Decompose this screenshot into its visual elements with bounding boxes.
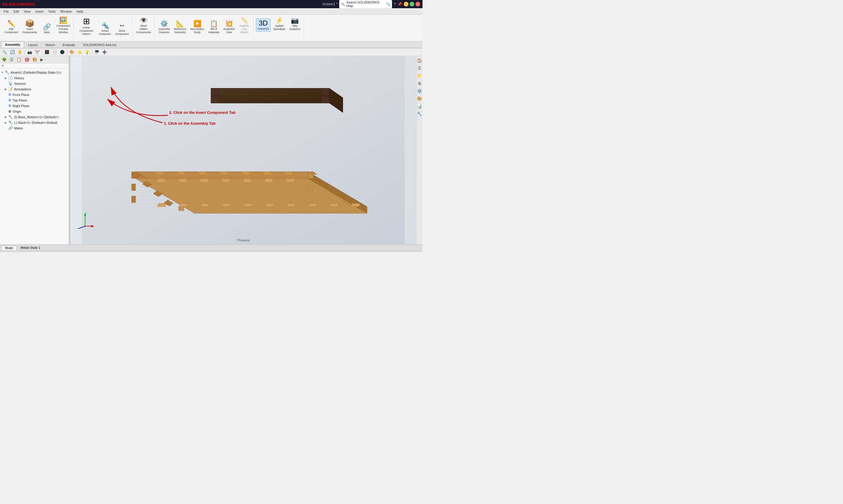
bottom-tabs: Model Motion Study 1	[0, 245, 423, 251]
right-plane-icon: ✖	[8, 104, 12, 108]
sidebar-config-icon[interactable]: 📋	[15, 57, 23, 62]
tab-assembly[interactable]: Assembly	[1, 41, 24, 48]
svg-marker-4	[211, 88, 219, 95]
sidebar-expand-icon[interactable]: ▶	[39, 57, 44, 62]
smart-fasteners-button[interactable]: 🔩 SmartFasteners	[98, 21, 112, 37]
rp-grid-icon[interactable]: ⊞	[417, 80, 422, 87]
tree-item-sensors[interactable]: 📡 Sensors	[0, 81, 69, 86]
view-display-icon[interactable]: 🖥️	[93, 49, 100, 55]
linear-component-pattern-button[interactable]: ⊞ Linear ComponentPattern	[76, 16, 96, 36]
view-rotate-icon[interactable]: 🔄	[9, 49, 16, 55]
exploded-view-icon: 💥	[225, 20, 233, 27]
tab-evaluate[interactable]: Evaluate	[59, 42, 79, 48]
tree-item-history[interactable]: ▶ 🕐 History	[0, 75, 69, 81]
sidebar-feature-tree-icon[interactable]: 🌳	[1, 57, 8, 62]
sensors-icon: 📡	[8, 81, 13, 86]
menu-file[interactable]: File	[1, 9, 11, 14]
tab-layout[interactable]: Layout	[24, 42, 41, 48]
maximize-button[interactable]: □	[410, 2, 414, 6]
sidebar-palette-icon[interactable]: 🎨	[31, 57, 38, 62]
menu-view[interactable]: View	[21, 9, 33, 14]
show-hidden-components-button[interactable]: 👁️ ShowHiddenComponents	[135, 16, 153, 35]
display-shaded-icon[interactable]: ⬛	[43, 49, 51, 55]
tree-item-mates[interactable]: 🔗 Mates	[0, 125, 69, 131]
sidebar-list-icon[interactable]: ☰	[8, 57, 15, 62]
tree-item-front-plane[interactable]: ✖ Front Plane	[0, 92, 69, 97]
tree-item-origin[interactable]: ⊕ Origin	[0, 109, 69, 114]
rp-folder-icon[interactable]: 📁	[416, 72, 423, 79]
tree-item-back[interactable]: ▶ 🔧 (-) Back<1> (Default<<Default	[0, 120, 69, 125]
section-view-icon[interactable]: ✂️	[34, 49, 41, 55]
appearance-icon[interactable]: 🎨	[68, 49, 75, 55]
mate-button[interactable]: 🔗 Mate	[40, 23, 54, 35]
linear-pattern-label: Linear ComponentPattern	[77, 26, 95, 36]
expand-icon[interactable]: ➕	[101, 49, 108, 55]
3d-scene	[70, 56, 416, 245]
tab-solidworks-addins[interactable]: SOLIDWORKS Add-Ins	[79, 42, 120, 48]
insert-components-button[interactable]: 📦 InsertComponents	[21, 18, 39, 35]
coordinate-indicator: Y X Z	[76, 212, 94, 230]
menu-tools[interactable]: Tools	[46, 9, 58, 14]
svg-marker-50	[351, 203, 360, 207]
new-motion-study-button[interactable]: ▶️ New MotionStudy	[189, 20, 206, 35]
separator-3	[67, 50, 67, 55]
exploded-view-button[interactable]: 💥 ExplodedView	[222, 20, 236, 35]
bill-of-materials-button[interactable]: 📋 Bill ofMaterials	[207, 20, 221, 35]
svg-marker-49	[329, 203, 339, 207]
menu-edit[interactable]: Edit	[11, 9, 21, 14]
tree-item-annotations[interactable]: ▶ 📝 Annotations	[0, 86, 69, 92]
menu-insert[interactable]: Insert	[33, 9, 46, 14]
component-preview-button[interactable]: 🖼️ ComponentPreviewWindow	[55, 16, 72, 35]
edit-component-button[interactable]: ✏️ EditComponent	[3, 20, 20, 35]
explode-line-sketch-icon: 📏	[240, 17, 248, 24]
menu-window[interactable]: Window	[58, 9, 74, 14]
sidebar-target-icon[interactable]: 🎯	[23, 57, 31, 62]
svg-marker-14	[131, 184, 136, 191]
help-icon[interactable]: ?	[394, 2, 396, 6]
tree-item-base-bottom[interactable]: ▶ 🔧 (f) Base_Bottom<1> (Default<<	[0, 114, 69, 120]
rp-table-icon[interactable]: 📊	[416, 103, 423, 109]
update-speedpak-button[interactable]: ⚡ UpdateSpeedpak	[272, 16, 287, 32]
svg-rect-0	[82, 56, 405, 245]
assembly-features-icon: ⚙️	[160, 20, 168, 27]
right-plane-label: Right Plane	[13, 104, 29, 108]
chevron-assem1: ▼	[1, 71, 5, 74]
update-speedpak-icon: ⚡	[275, 17, 283, 24]
search-bar[interactable]: 🔍 Search SOLIDWORKS Help 🔍	[339, 0, 392, 8]
rp-home-icon[interactable]: 🏠	[416, 57, 423, 64]
reference-geometry-button[interactable]: 📐 ReferenceGeometry	[173, 20, 188, 35]
tree-item-assem1[interactable]: ▼ 🔧 Assem1 (Default<Display State-1>)	[0, 70, 69, 75]
menu-help[interactable]: Help	[74, 9, 86, 14]
rp-settings-icon[interactable]: ⚙️	[416, 88, 423, 94]
rp-list-icon[interactable]: ☰	[417, 65, 422, 71]
explode-line-sketch-button[interactable]: 📏 ExplodeLineSketch	[237, 16, 251, 35]
tree-item-right-plane[interactable]: ✖ Right Plane	[0, 103, 69, 109]
chevron-base-bottom: ▶	[5, 115, 8, 119]
tab-model[interactable]: Model	[1, 246, 17, 250]
view-zoom-icon[interactable]: 🔍	[1, 49, 8, 55]
rp-colors-icon[interactable]: 🎨	[416, 95, 423, 102]
lights-icon[interactable]: 💡	[84, 49, 91, 55]
view-orientation-icon[interactable]: 📷	[26, 49, 33, 55]
assembly-features-button[interactable]: ⚙️ AssemblyFeatures	[157, 20, 172, 35]
display-wireframe-icon[interactable]: ⬜	[51, 49, 58, 55]
tab-motion-study-1[interactable]: Motion Study 1	[17, 245, 44, 250]
viewport[interactable]: 2. Click on the Insert Component Tab 1. …	[70, 56, 416, 245]
scenes-icon[interactable]: 🌟	[76, 49, 83, 55]
svg-marker-23	[265, 178, 273, 182]
take-snapshot-button[interactable]: 📷 TakeSnapshot	[288, 16, 302, 32]
tree-item-top-plane[interactable]: ✖ Top Plane	[0, 97, 69, 103]
minimize-button[interactable]: －	[404, 2, 409, 6]
tab-sketch[interactable]: Sketch	[41, 42, 59, 48]
move-component-button[interactable]: ↔️ MoveComponent	[113, 21, 130, 37]
display-shadows-icon[interactable]: 🌑	[59, 49, 66, 55]
pin-icon[interactable]: 📌	[398, 2, 402, 6]
instant3d-button[interactable]: 3D Instant3D	[256, 18, 271, 32]
separator-4	[92, 50, 92, 55]
close-button[interactable]: ✕	[415, 2, 420, 6]
svg-marker-17	[308, 184, 313, 191]
svg-marker-21	[222, 178, 230, 182]
view-pan-icon[interactable]: ✋	[16, 49, 23, 55]
rp-custom-icon[interactable]: 🔧	[416, 111, 423, 117]
back-label: (-) Back<1> (Default<<Default	[14, 121, 57, 124]
